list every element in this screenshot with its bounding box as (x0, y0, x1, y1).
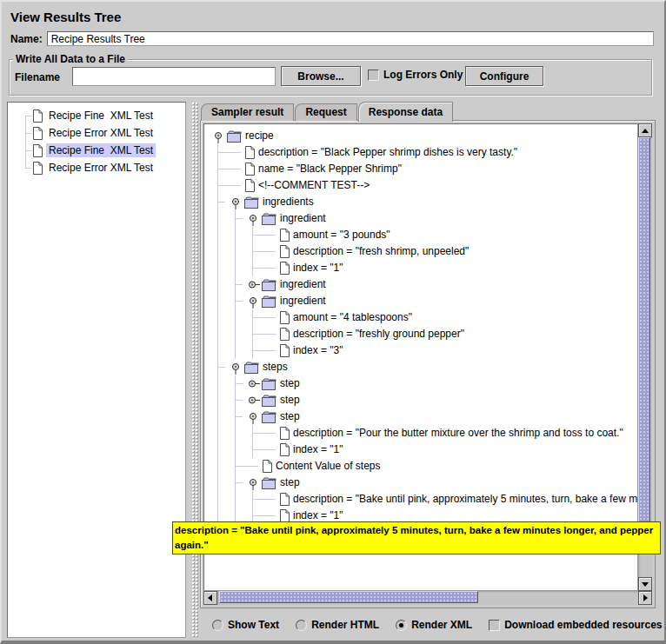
left-arrow-icon (208, 594, 212, 601)
horizontal-scroll-thumb[interactable] (219, 591, 478, 603)
tree-node-label: step (280, 475, 300, 491)
list-item[interactable]: Recipe Error XML Test (8, 159, 185, 176)
radio-icon[interactable] (296, 620, 307, 631)
tree-node-label: description = "Black Pepper shrimp dishe… (258, 144, 517, 161)
tree-row[interactable]: step (204, 375, 637, 392)
tree-row[interactable]: ingredient (204, 293, 637, 309)
tree-node-label: description = "Pour the butter mixture o… (293, 425, 623, 442)
document-icon (279, 443, 290, 456)
tree-expanded-handle-icon[interactable] (227, 359, 244, 375)
tree-node-label: amount = "3 pounds" (293, 227, 390, 243)
groupbox-legend: Write All Data to a File (13, 53, 128, 65)
tree-row[interactable]: step (204, 392, 637, 408)
tree-row[interactable]: name = "Black Pepper Shrimp" (204, 161, 637, 177)
folder-icon (244, 362, 259, 374)
tree-collapsed-handle-icon[interactable] (244, 375, 262, 392)
tree-row[interactable]: amount = "4 tablespoons" (204, 309, 637, 326)
document-icon (279, 328, 290, 341)
log-errors-only-option[interactable]: Log Errors Only (368, 69, 463, 81)
tree-expanded-handle-icon[interactable] (244, 210, 262, 227)
document-icon (279, 262, 290, 275)
tree-connector (262, 309, 279, 326)
tree-row[interactable]: ingredients (204, 194, 637, 210)
tree-expanded-handle-icon[interactable] (244, 293, 262, 309)
vertical-scroll-track[interactable] (638, 137, 652, 577)
tree-node-label: ingredients (263, 194, 314, 210)
tree-row[interactable]: steps (204, 359, 637, 375)
tree-node-label: ingredient (280, 276, 326, 293)
filename-label: Filename (15, 71, 60, 83)
tree-node-label: description = "Bake until pink, approxim… (293, 491, 638, 508)
tree-node-label: name = "Black Pepper Shrimp" (258, 161, 402, 177)
tree-row[interactable]: recipe (204, 128, 637, 144)
down-arrow-icon (642, 582, 649, 587)
option-label: Render XML (411, 619, 472, 631)
checkbox-download-embedded-resources[interactable]: Download embedded resources (489, 619, 662, 631)
tree-connector (262, 326, 279, 342)
scroll-right-button[interactable] (638, 591, 652, 605)
tree-connector (262, 260, 279, 276)
horizontal-scroll-track[interactable] (217, 591, 638, 605)
tree-row[interactable]: index = "3" (204, 342, 637, 359)
tree-expanded-handle-icon[interactable] (227, 194, 244, 210)
tree-row[interactable]: ingredient (204, 276, 637, 293)
split-pane-divider[interactable] (191, 102, 198, 638)
tree-row[interactable]: ingredient (204, 210, 637, 227)
tree-row[interactable]: description = "fresh shrimp, unpeeled" (204, 243, 637, 260)
tree-row[interactable]: Content Value of steps (204, 458, 637, 475)
vertical-scroll-thumb[interactable] (638, 137, 650, 541)
checkbox-icon[interactable] (489, 620, 500, 631)
tree-row[interactable]: index = "1" (204, 260, 637, 276)
list-item-label: Recipe Fine XML Test (46, 143, 156, 157)
radio-icon[interactable] (212, 620, 223, 631)
tree-node-label: index = "1" (293, 260, 343, 276)
scroll-up-button[interactable] (638, 123, 652, 137)
scroll-left-button[interactable] (203, 591, 217, 605)
name-label: Name: (10, 33, 43, 45)
configure-button[interactable]: Configure (465, 66, 543, 86)
tree-row[interactable]: step (204, 408, 637, 425)
browse-button[interactable]: Browse... (281, 66, 361, 86)
radio-render-html[interactable]: Render HTML (296, 619, 379, 631)
name-input[interactable] (47, 31, 654, 46)
tree-row[interactable]: index = "1" (204, 442, 637, 458)
tree-row[interactable]: amount = "3 pounds" (204, 227, 637, 243)
tree-collapsed-handle-icon[interactable] (244, 276, 262, 293)
radio-show-text[interactable]: Show Text (212, 619, 279, 631)
name-row: Name: (10, 31, 654, 46)
tree-expanded-handle-icon[interactable] (244, 475, 262, 491)
tree-node-tooltip: description = "Bake until pink, approxim… (172, 521, 661, 554)
tree-row[interactable]: description = "Black Pepper shrimp dishe… (204, 144, 637, 161)
document-icon (244, 146, 255, 159)
radio-icon[interactable] (396, 620, 407, 631)
tree-expanded-handle-icon[interactable] (210, 128, 227, 144)
tab-request[interactable]: Request (295, 103, 356, 121)
list-item[interactable]: Recipe Fine XML Test (8, 142, 185, 159)
scroll-down-button[interactable] (638, 577, 652, 591)
log-errors-checkbox-icon[interactable] (368, 70, 379, 81)
tree-node-label: step (280, 392, 300, 408)
folder-icon (244, 196, 259, 209)
option-label: Download embedded resources (504, 619, 662, 631)
list-item[interactable]: Recipe Fine XML Test (8, 107, 185, 124)
tree-row[interactable]: <!--COMMENT TEST--> (204, 177, 637, 194)
filename-input[interactable] (72, 67, 276, 86)
tree-expanded-handle-icon[interactable] (244, 408, 262, 425)
right-arrow-icon (643, 594, 648, 601)
tree-row[interactable]: description = "freshly ground pepper" (204, 326, 637, 342)
tree-collapsed-handle-icon[interactable] (244, 392, 262, 408)
radio-render-xml[interactable]: Render XML (396, 619, 472, 631)
tree-connector (244, 458, 262, 475)
folder-icon (262, 279, 276, 291)
document-icon (279, 427, 290, 440)
tab-sampler-result[interactable]: Sampler result (201, 103, 294, 121)
document-icon (279, 229, 290, 242)
tree-node-label: description = "freshly ground pepper" (293, 326, 464, 342)
tree-row[interactable]: description = "Pour the butter mixture o… (204, 425, 637, 442)
results-list-panel: Recipe Fine XML TestRecipe Error XML Tes… (7, 102, 186, 638)
tree-row[interactable]: step (204, 475, 637, 491)
tab-response-data[interactable]: Response data (358, 102, 453, 122)
tree-row[interactable]: description = "Bake until pink, approxim… (204, 491, 637, 508)
horizontal-scrollbar[interactable] (203, 591, 652, 605)
list-item[interactable]: Recipe Error XML Test (8, 124, 185, 142)
